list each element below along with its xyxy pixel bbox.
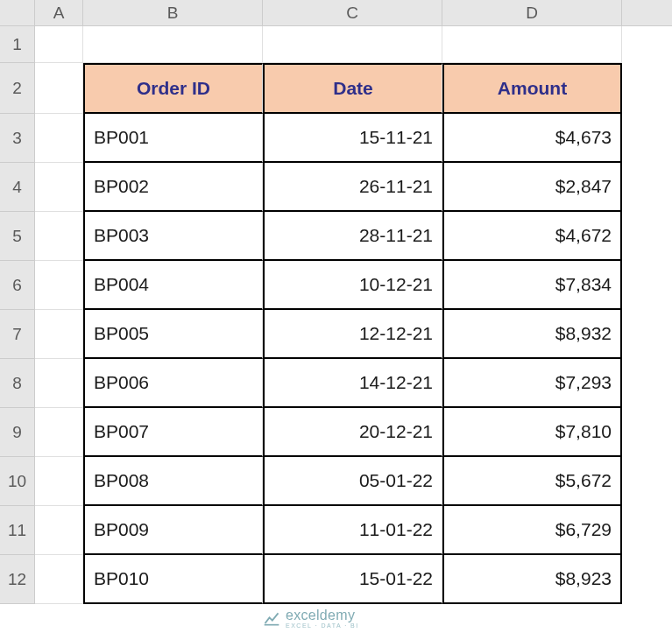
col-header-B[interactable]: B [83,0,263,25]
cell-A3[interactable] [35,114,83,163]
watermark-main: exceldemy [286,608,359,622]
table-row: BP003 28-11-21 $4,672 [35,212,672,261]
row-header-3[interactable]: 3 [0,114,34,163]
cell-amount[interactable]: $5,672 [442,457,622,506]
select-all-corner[interactable] [0,0,35,26]
cell-A4[interactable] [35,163,83,212]
cell-amount[interactable]: $4,672 [442,212,622,261]
cell-date[interactable]: 15-01-22 [263,555,442,604]
cell-A6[interactable] [35,261,83,310]
cell-date[interactable]: 14-12-21 [263,359,442,408]
cell-amount[interactable]: $4,673 [442,114,622,163]
svg-rect-0 [265,623,279,625]
cell-date[interactable]: 05-01-22 [263,457,442,506]
cell-order-id[interactable]: BP003 [83,212,263,261]
cell-order-id[interactable]: BP007 [83,408,263,457]
cell-amount[interactable]: $6,729 [442,506,622,555]
cell-A7[interactable] [35,310,83,359]
table-row: BP002 26-11-21 $2,847 [35,163,672,212]
cell-date[interactable]: 28-11-21 [263,212,442,261]
header-order-id[interactable]: Order ID [83,63,263,114]
table-row: BP007 20-12-21 $7,810 [35,408,672,457]
row-header-12[interactable]: 12 [0,555,34,604]
row-header-5[interactable]: 5 [0,212,34,261]
watermark-text: exceldemy EXCEL · DATA · BI [286,608,359,629]
cell-order-id[interactable]: BP005 [83,310,263,359]
cells-area: Order ID Date Amount BP001 15-11-21 $4,6… [35,26,672,604]
cell-date[interactable]: 10-12-21 [263,261,442,310]
cell-amount[interactable]: $8,923 [442,555,622,604]
row-2: Order ID Date Amount [35,63,672,114]
cell-date[interactable]: 12-12-21 [263,310,442,359]
cell-order-id[interactable]: BP006 [83,359,263,408]
cell-date[interactable]: 11-01-22 [263,506,442,555]
cell-order-id[interactable]: BP004 [83,261,263,310]
column-headers: A B C D [35,0,672,26]
cell-A1[interactable] [35,26,83,63]
col-header-C[interactable]: C [263,0,442,25]
cell-order-id[interactable]: BP010 [83,555,263,604]
cell-C1[interactable] [263,26,442,63]
cell-order-id[interactable]: BP008 [83,457,263,506]
cell-date[interactable]: 20-12-21 [263,408,442,457]
watermark: exceldemy EXCEL · DATA · BI [263,608,359,629]
cell-A12[interactable] [35,555,83,604]
cell-A5[interactable] [35,212,83,261]
table-row: BP006 14-12-21 $7,293 [35,359,672,408]
watermark-sub: EXCEL · DATA · BI [286,622,359,629]
row-header-4[interactable]: 4 [0,163,34,212]
row-header-2[interactable]: 2 [0,63,34,114]
row-header-7[interactable]: 7 [0,310,34,359]
cell-D1[interactable] [442,26,622,63]
table-row: BP004 10-12-21 $7,834 [35,261,672,310]
cell-amount[interactable]: $7,834 [442,261,622,310]
cell-amount[interactable]: $8,932 [442,310,622,359]
table-row: BP008 05-01-22 $5,672 [35,457,672,506]
row-header-9[interactable]: 9 [0,408,34,457]
cell-A8[interactable] [35,359,83,408]
row-header-8[interactable]: 8 [0,359,34,408]
cell-A10[interactable] [35,457,83,506]
table-row: BP005 12-12-21 $8,932 [35,310,672,359]
col-header-D[interactable]: D [442,0,622,25]
cell-order-id[interactable]: BP002 [83,163,263,212]
cell-A9[interactable] [35,408,83,457]
row-header-1[interactable]: 1 [0,26,34,63]
cell-amount[interactable]: $7,810 [442,408,622,457]
col-header-A[interactable]: A [35,0,83,25]
cell-B1[interactable] [83,26,263,63]
cell-A2[interactable] [35,63,83,114]
table-row: BP009 11-01-22 $6,729 [35,506,672,555]
cell-date[interactable]: 26-11-21 [263,163,442,212]
row-header-11[interactable]: 11 [0,506,34,555]
cell-order-id[interactable]: BP001 [83,114,263,163]
cell-date[interactable]: 15-11-21 [263,114,442,163]
header-date[interactable]: Date [263,63,442,114]
header-amount[interactable]: Amount [442,63,622,114]
row-header-6[interactable]: 6 [0,261,34,310]
table-row: BP001 15-11-21 $4,673 [35,114,672,163]
cell-order-id[interactable]: BP009 [83,506,263,555]
cell-A11[interactable] [35,506,83,555]
exceldemy-logo-icon [263,610,280,628]
spreadsheet: A B C D 1 2 3 4 5 6 7 8 9 10 11 12 Order… [0,0,672,640]
row-headers: 1 2 3 4 5 6 7 8 9 10 11 12 [0,26,35,604]
row-1 [35,26,672,63]
cell-amount[interactable]: $7,293 [442,359,622,408]
cell-amount[interactable]: $2,847 [442,163,622,212]
table-row: BP010 15-01-22 $8,923 [35,555,672,604]
row-header-10[interactable]: 10 [0,457,34,506]
